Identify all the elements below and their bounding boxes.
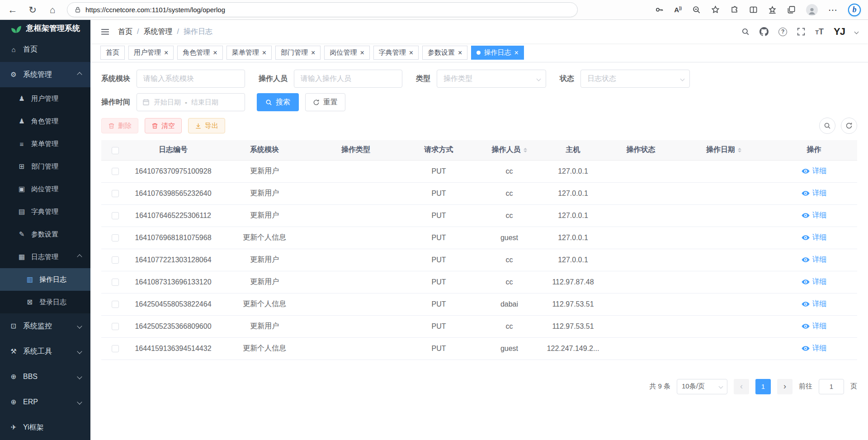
sidebar-item-login-log[interactable]: ⊠登录日志 xyxy=(0,291,90,313)
close-tab-icon[interactable]: × xyxy=(514,49,518,57)
sidebar-item-user-mgmt[interactable]: ♟用户管理 xyxy=(0,87,90,110)
detail-link[interactable]: 详细 xyxy=(802,322,827,331)
favorites-icon[interactable] xyxy=(768,5,777,14)
column-header[interactable]: 操作日期 xyxy=(677,140,771,160)
row-checkbox[interactable] xyxy=(112,345,119,352)
text-size-icon[interactable]: TT xyxy=(815,27,824,37)
browser-home-icon[interactable]: ⌂ xyxy=(47,5,58,14)
detail-link[interactable]: 详细 xyxy=(802,189,827,198)
split-screen-icon[interactable] xyxy=(749,5,758,14)
sidebar-item-yi-framework[interactable]: ✈Yi框架 xyxy=(0,415,90,440)
row-checkbox[interactable] xyxy=(112,234,119,241)
row-checkbox[interactable] xyxy=(112,190,119,197)
row-checkbox[interactable] xyxy=(112,323,119,330)
row-checkbox[interactable] xyxy=(112,256,119,264)
column-header[interactable]: 操作人员 xyxy=(477,140,541,160)
table-refresh-button[interactable] xyxy=(841,118,857,134)
table-search-button[interactable] xyxy=(819,118,835,134)
close-tab-icon[interactable]: × xyxy=(360,49,364,57)
tab-dept-mgmt[interactable]: 部门管理× xyxy=(275,46,321,60)
more-menu-icon[interactable]: ⋯ xyxy=(828,5,838,14)
yj-logo[interactable]: YJ xyxy=(834,26,845,38)
sidebar-item-menu-mgmt[interactable]: ≡菜单管理 xyxy=(0,132,90,155)
detail-link[interactable]: 详细 xyxy=(802,344,827,353)
tab-home[interactable]: 首页 xyxy=(100,46,125,60)
tab-menu-mgmt[interactable]: 菜单管理× xyxy=(226,46,272,60)
clear-button[interactable]: 清空 xyxy=(145,118,182,133)
row-checkbox[interactable] xyxy=(112,301,119,308)
extensions-icon[interactable] xyxy=(730,5,739,14)
close-tab-icon[interactable]: × xyxy=(409,49,413,57)
detail-link[interactable]: 详细 xyxy=(802,233,827,242)
delete-button[interactable]: 删除 xyxy=(101,118,138,133)
sidebar-item-param-settings[interactable]: ✎参数设置 xyxy=(0,223,90,246)
tab-user-mgmt[interactable]: 用户管理× xyxy=(128,46,174,60)
select-all-checkbox[interactable] xyxy=(112,147,119,154)
bing-copilot-icon[interactable]: b xyxy=(848,4,861,16)
github-icon[interactable] xyxy=(760,27,769,36)
sidebar-item-log-mgmt[interactable]: ▦日志管理 xyxy=(0,246,90,268)
close-tab-icon[interactable]: × xyxy=(164,49,168,57)
sidebar-item-post-mgmt[interactable]: ▣岗位管理 xyxy=(0,178,90,200)
sidebar-item-erp[interactable]: ⊕ERP xyxy=(0,389,90,415)
address-bar[interactable]: https://ccnetcore.com:1101/system/log/op… xyxy=(67,2,578,17)
tab-role-mgmt[interactable]: 角色管理× xyxy=(177,46,222,60)
operator-input[interactable] xyxy=(294,70,402,88)
zoom-out-icon[interactable] xyxy=(692,5,701,14)
help-icon[interactable]: ? xyxy=(778,28,787,36)
profile-avatar[interactable] xyxy=(806,4,818,16)
tab-oper-log[interactable]: 操作日志× xyxy=(471,46,524,60)
prev-page-button[interactable]: ‹ xyxy=(734,379,749,394)
close-tab-icon[interactable]: × xyxy=(262,49,266,57)
sort-icon[interactable] xyxy=(524,146,527,154)
sidebar-item-home[interactable]: ⌂首页 xyxy=(0,37,90,62)
tab-post-mgmt[interactable]: 岗位管理× xyxy=(324,46,369,60)
search-button[interactable]: 搜索 xyxy=(257,93,299,111)
sidebar-item-bbs[interactable]: ⊕BBS xyxy=(0,364,90,389)
goto-page-input[interactable] xyxy=(819,379,844,394)
browser-refresh-icon[interactable]: ↻ xyxy=(27,5,38,14)
breadcrumb-home[interactable]: 首页 xyxy=(118,27,132,37)
close-tab-icon[interactable]: × xyxy=(213,49,217,57)
tab-dict-mgmt[interactable]: 字典管理× xyxy=(373,46,419,60)
detail-link[interactable]: 详细 xyxy=(802,277,827,287)
fullscreen-icon[interactable] xyxy=(797,28,805,36)
detail-link[interactable]: 详细 xyxy=(802,299,827,309)
detail-link[interactable]: 详细 xyxy=(802,211,827,220)
add-favorite-icon[interactable] xyxy=(711,5,720,14)
tab-param-settings[interactable]: 参数设置× xyxy=(422,46,467,60)
sidebar-item-dict-mgmt[interactable]: ▤字典管理 xyxy=(0,200,90,223)
row-checkbox[interactable] xyxy=(112,168,119,175)
type-select[interactable]: 操作类型 xyxy=(437,70,546,88)
detail-link[interactable]: 详细 xyxy=(802,166,827,176)
row-checkbox[interactable] xyxy=(112,212,119,219)
detail-link[interactable]: 详细 xyxy=(802,255,827,265)
sidebar-item-oper-log[interactable]: ▥操作日志 xyxy=(0,268,90,291)
page-size-select[interactable]: 10条/页 xyxy=(677,379,727,394)
sidebar-item-dept-mgmt[interactable]: ⊞部门管理 xyxy=(0,155,90,178)
export-button[interactable]: 导出 xyxy=(188,118,225,133)
sidebar-item-role-mgmt[interactable]: ♟角色管理 xyxy=(0,110,90,132)
reset-button[interactable]: 重置 xyxy=(305,93,345,111)
row-checkbox[interactable] xyxy=(112,279,119,286)
sidebar-toggle-icon[interactable] xyxy=(100,27,110,37)
module-input[interactable] xyxy=(137,70,245,88)
chevron-down-icon[interactable] xyxy=(854,29,859,34)
sort-icon[interactable] xyxy=(738,146,741,154)
breadcrumb-system[interactable]: 系统管理 xyxy=(143,27,172,37)
password-key-icon[interactable] xyxy=(655,5,664,14)
sidebar-item-system-tools[interactable]: ⚒系统工具 xyxy=(0,339,90,364)
read-aloud-icon[interactable]: A)) xyxy=(674,6,682,14)
current-page-button[interactable]: 1 xyxy=(755,379,771,394)
status-select[interactable]: 日志状态 xyxy=(580,70,690,88)
next-page-button[interactable]: › xyxy=(777,379,793,394)
browser-back-icon[interactable]: ← xyxy=(7,5,18,14)
sidebar-item-label: 系统监控 xyxy=(23,322,52,331)
sidebar-item-system-mgmt[interactable]: ⚙系统管理 xyxy=(0,62,90,87)
collections-icon[interactable] xyxy=(787,5,796,14)
close-tab-icon[interactable]: × xyxy=(458,49,462,57)
close-tab-icon[interactable]: × xyxy=(311,49,315,57)
search-icon[interactable] xyxy=(741,28,750,36)
sidebar-item-system-monitor[interactable]: ⊡系统监控 xyxy=(0,313,90,339)
date-range-picker[interactable]: 开始日期 - 结束日期 xyxy=(137,93,245,111)
